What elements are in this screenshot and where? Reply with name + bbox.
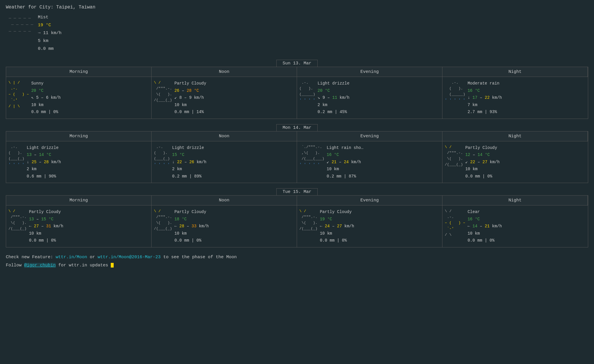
temp-2-1: 18 °C: [174, 216, 209, 223]
period-header-0-1: Noon: [152, 67, 297, 77]
temp-0-1: 26 – 28 °C: [174, 87, 206, 94]
footer-handle[interactable]: @igor_chubin: [24, 263, 56, 268]
condition-0-0: Sunny: [31, 80, 61, 87]
footer-link2[interactable]: wttr.in/Moon@2016-Mar-23: [98, 255, 161, 260]
weather-icon-1-0: .-. ( ). (___(_) ' ' ' ': [8, 144, 24, 168]
header-title: Weather for City: Taipei, Taiwan: [6, 5, 588, 10]
day-label-2: Tue 15. Mar: [276, 188, 317, 196]
period-header-0-2: Evening: [297, 67, 442, 77]
day-grid-0: MorningNoonEveningNight\ | / .-. – ( ) –…: [6, 67, 588, 119]
vis-2-2: 10 km: [320, 230, 354, 237]
vis-2-3: 10 km: [468, 230, 502, 237]
weather-icon-1-1: .-. ( ). (___(_) ' ' ' ': [154, 144, 170, 168]
footer-suffix1: to see the phase of the Moon: [161, 255, 237, 260]
precip-1-0: 0.6 mm | 90%: [27, 173, 61, 180]
current-temp: 19 °C: [38, 21, 61, 29]
wind-2-3: ← 14 – 21 km/h: [468, 223, 502, 230]
wind-1-1: ↓ 22 – 26 km/h: [172, 159, 207, 166]
temp-1-0: 13 – 14 °C: [27, 151, 61, 159]
condition-2-0: Partly Cloudy: [29, 208, 63, 216]
footer: Check new Feature: wttr.in/Moon or wttr.…: [6, 253, 588, 270]
weather-details-0-1: Partly Cloudy 26 – 28 °C ↙ 8 – 9 km/h 10…: [174, 80, 206, 116]
weather-details-1-1: Light drizzle 15 °C ↓ 22 – 26 km/h 2 km …: [172, 144, 207, 180]
weather-details-0-0: Sunny 20 °C ↖ 5 – 6 km/h 10 km 0.0 mm | …: [31, 80, 61, 116]
vis-1-1: 2 km: [172, 166, 207, 173]
period-cell-0-2: .-. ( ). (_____) ' ' ' ' Light drizzle 2…: [297, 77, 442, 119]
weather-details-1-0: Light drizzle 13 – 14 °C ↓ 25 – 28 km/h …: [27, 144, 61, 180]
vis-1-0: 2 km: [27, 166, 61, 173]
period-cell-1-3: \ / /""".-. \( ). /(___(_) Partly Cloudy…: [442, 141, 588, 183]
wind-1-2: ↙ 21 – 24 km/h: [327, 159, 363, 166]
precip-0-3: 2.7 mm | 93%: [468, 108, 502, 116]
current-weather-icon: _ _ _ _ _ _ _ _ _ _ _ _ _ _ _: [9, 13, 33, 33]
period-cell-2-0: \ / /""".-. \( ). /(___(_) Partly Cloudy…: [6, 205, 152, 247]
period-header-1-2: Evening: [297, 131, 442, 141]
vis-0-2: 2 km: [318, 101, 349, 109]
current-precip: 0.0 mm: [38, 45, 61, 53]
period-cell-0-1: \ / /""".-. \( ). /(___(_) Partly Cloudy…: [152, 77, 297, 119]
precip-2-0: 0.0 mm | 0%: [29, 237, 63, 244]
temp-2-3: 16 °C: [468, 216, 502, 223]
precip-1-3: 0.0 mm | 0%: [465, 173, 500, 180]
vis-1-3: 10 km: [465, 166, 500, 173]
footer-prefix1: Check new Feature:: [6, 255, 56, 260]
condition-0-2: Light drizzle: [318, 80, 349, 87]
day-section-1: Mon 14. MarMorningNoonEveningNight .-. (…: [6, 124, 588, 183]
condition-1-0: Light drizzle: [27, 144, 61, 152]
precip-2-3: 0.0 mm | 0%: [468, 237, 502, 244]
day-label-0: Sun 13. Mar: [276, 60, 317, 67]
wind-0-3: ↓ 17 – 22 km/h: [468, 94, 502, 101]
weather-icon-0-3: .-. ( ). (_____) ' ' ' ' ': [445, 80, 465, 103]
temp-2-0: 13 – 15 °C: [29, 216, 63, 223]
footer-prefix2: Follow: [6, 263, 24, 268]
weather-details-1-2: Light rain sho… 16 °C ↙ 21 – 24 km/h 10 …: [327, 144, 363, 180]
temp-1-3: 12 – 14 °C: [465, 151, 500, 159]
vis-0-3: 7 km: [468, 101, 502, 109]
period-header-2-0: Morning: [6, 196, 152, 205]
temp-0-0: 20 °C: [31, 87, 61, 94]
vis-1-2: 10 km: [327, 166, 363, 173]
current-condition: Mist: [38, 13, 61, 21]
precip-0-2: 0.2 mm | 45%: [318, 108, 349, 116]
footer-line2: Follow @igor_chubin for wttr.in updates: [6, 261, 588, 270]
weather-icon-2-2: \ / /""".-. \( ). /(___(_): [299, 208, 317, 232]
period-cell-0-3: .-. ( ). (_____) ' ' ' ' ' Moderate rain…: [442, 77, 588, 119]
period-header-1-1: Noon: [152, 131, 297, 141]
precip-1-1: 0.2 mm | 89%: [172, 173, 207, 180]
condition-2-2: Partly Cloudy: [320, 208, 354, 216]
precip-1-2: 0.2 mm | 87%: [327, 173, 363, 180]
day-label-1: Mon 14. Mar: [276, 124, 317, 131]
wind-1-3: ↙ 22 – 27 km/h: [465, 159, 500, 166]
weather-details-0-2: Light drizzle 20 °C ↘ 9 – 11 km/h 2 km 0…: [318, 80, 349, 116]
cursor: [111, 263, 114, 268]
temp-1-1: 15 °C: [172, 151, 207, 159]
weather-details-1-3: Partly Cloudy 12 – 14 °C ↙ 22 – 27 km/h …: [465, 144, 500, 180]
condition-1-1: Light drizzle: [172, 144, 207, 152]
period-header-0-3: Night: [442, 67, 588, 77]
wind-0-0: ↖ 5 – 6 km/h: [31, 94, 61, 101]
days-container: Sun 13. MarMorningNoonEveningNight\ | / …: [6, 60, 588, 247]
footer-middle: or: [87, 255, 98, 260]
wind-0-1: ↙ 8 – 9 km/h: [174, 94, 206, 101]
day-grid-1: MorningNoonEveningNight .-. ( ). (___(_)…: [6, 131, 588, 183]
period-header-2-1: Noon: [152, 196, 297, 205]
condition-1-2: Light rain sho…: [327, 144, 363, 152]
precip-2-1: 0.0 mm | 0%: [174, 237, 209, 244]
vis-0-1: 10 km: [174, 101, 206, 109]
period-cell-0-0: \ | / .-. – ( ) – `-' / | \ Sunny 20 °C …: [6, 77, 152, 119]
footer-link1[interactable]: wttr.in/Moon: [56, 255, 87, 260]
weather-icon-0-0: \ | / .-. – ( ) – `-' / | \: [8, 80, 29, 109]
wind-2-1: ← 28 – 33 km/h: [174, 223, 209, 230]
weather-icon-1-2: `./""".-. ,\( ). /(___(___) ' ' ' ' ': [299, 144, 324, 168]
weather-details-2-3: Clear 16 °C ← 14 – 21 km/h 10 km 0.0 mm …: [468, 208, 502, 244]
temp-1-2: 16 °C: [327, 151, 363, 159]
footer-line1: Check new Feature: wttr.in/Moon or wttr.…: [6, 253, 588, 262]
weather-icon-2-3: \ / .-. – ( ) – `-' / \: [445, 208, 465, 238]
wind-2-0: ← 27 – 31 km/h: [29, 223, 63, 230]
weather-icon-0-1: \ / /""".-. \( ). /(___(_): [154, 80, 172, 103]
period-header-2-2: Evening: [297, 196, 442, 205]
condition-1-3: Partly Cloudy: [465, 144, 500, 152]
precip-0-0: 0.0 mm | 0%: [31, 108, 61, 116]
wind-1-0: ↓ 25 – 28 km/h: [27, 159, 61, 166]
day-section-0: Sun 13. MarMorningNoonEveningNight\ | / …: [6, 60, 588, 119]
